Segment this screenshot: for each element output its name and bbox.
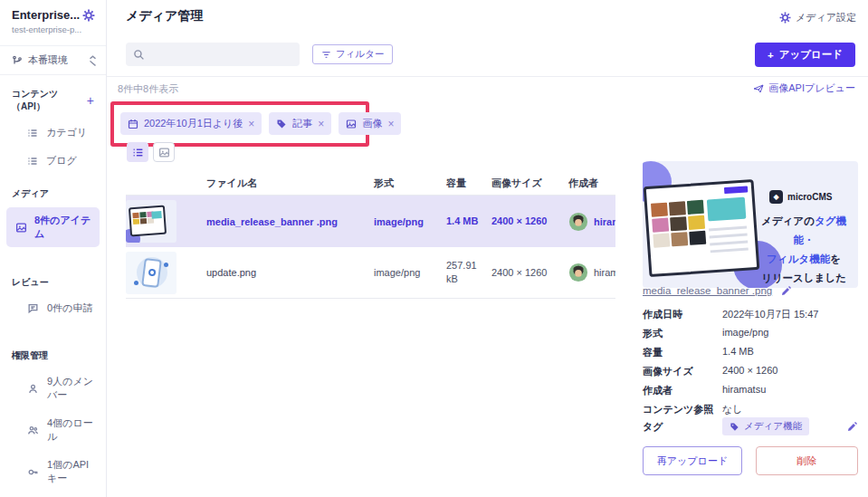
list-view-toggle[interactable] [127,142,148,162]
page-title: メディア管理 [126,8,203,24]
sidebar-item-label: カテゴリ [46,126,87,139]
filter-button[interactable]: フィルター [312,44,393,64]
sidebar-item-api-keys[interactable]: 1個のAPIキー [0,451,106,492]
column-header-author: 作成者 [568,177,615,190]
sidebar-item-blog[interactable]: ブログ [0,147,106,175]
image-icon [15,222,27,234]
sidebar-item-label: ブログ [46,154,77,167]
list-icon [132,147,144,158]
sidebar-item-label: 4個のロール [47,416,97,444]
file-name: media_release_banner .png [206,216,374,227]
image-icon [158,147,170,158]
search-input[interactable] [150,49,292,60]
content-section-label: コンテンツ（API） + [0,75,106,119]
image-api-preview-link[interactable]: 画像APIプレビュー [753,81,855,95]
tag-chip-media-feature[interactable]: メディア機能 [722,417,809,435]
file-thumbnail [126,200,176,243]
close-icon[interactable]: × [248,118,254,130]
detail-field: 作成日時 2022年10月7日 15:47 [643,308,858,321]
list-icon [27,128,38,139]
filter-chip-tag[interactable]: 記事 × [269,112,331,135]
file-size: 1.4 MB [446,215,491,228]
delete-button[interactable]: 削除 [756,446,858,475]
sidebar-item-members[interactable]: 9人のメンバー [0,368,106,409]
add-api-button[interactable]: + [87,93,94,108]
detail-field: コンテンツ参照 なし [643,403,858,416]
detail-field: 形式 image/png [643,327,858,340]
sidebar-item-review-requests[interactable]: 0件の申請 [0,294,106,322]
edit-filename-pencil-icon[interactable] [781,285,792,296]
filter-chip-label: 2022年10月1日より後 [144,117,243,130]
list-icon [27,156,38,167]
result-count: 8件中8件表示 [118,82,178,96]
table-row[interactable]: media_release_banner .png image/png 1.4 … [126,196,615,247]
tag-chip-label: メディア機能 [744,420,802,433]
microcms-logo-icon: ◆ [769,190,783,204]
media-table: ファイル名 形式 容量 画像サイズ 作成者 media_release_bann… [126,172,615,299]
sidebar-item-label: 9人のメンバー [47,375,97,402]
sidebar-item-label: 0件の申請 [47,301,92,315]
sidebar-item-media-items[interactable]: 8件のアイテム [6,207,100,247]
chat-icon [27,302,39,314]
filter-chip-image[interactable]: 画像 × [339,112,401,135]
service-settings-gear-icon[interactable] [82,9,95,22]
tag-label: タグ [643,420,722,434]
detail-filename-row: media_release_banner .png [643,285,792,296]
service-name: Enterprise... [12,8,80,22]
media-settings-link[interactable]: メディア設定 [779,11,856,24]
detail-field: 画像サイズ 2400 × 1260 [643,365,858,378]
person-icon [27,383,39,395]
grid-view-toggle[interactable] [153,142,175,162]
filter-button-label: フィルター [336,48,384,61]
banner-text: メディアのタグ機能・ フィルタ機能を リリースしました [753,212,854,288]
filter-icon [321,50,331,60]
sidebar-item-roles[interactable]: 4個のロール [0,409,106,451]
microcms-logo: ◆ microCMS [769,190,832,204]
avatar [568,263,588,282]
upload-button[interactable]: + アップロード [755,43,855,67]
detail-tag-row: タグ メディア機能 [643,417,858,435]
tag-icon [276,119,287,129]
sidebar-item-label: 1個のAPIキー [47,458,97,485]
column-header-filename: ファイル名 [206,177,374,190]
gear-icon [779,12,791,24]
file-dimensions: 2400 × 1260 [491,266,568,280]
sidebar-item-category[interactable]: カテゴリ [0,119,106,147]
file-name: update.png [206,267,374,278]
close-icon[interactable]: × [318,118,324,130]
author-name: hiramatsu [594,267,615,278]
file-format: image/png [374,267,446,278]
detail-filename-link[interactable]: media_release_banner .png [643,285,772,296]
plus-icon: + [768,50,774,61]
review-section-label: レビュー [0,263,106,294]
people-icon [27,425,39,436]
filter-chip-date[interactable]: 2022年10月1日より後 × [120,112,262,135]
divider [107,76,868,77]
microcms-logo-text: microCMS [787,192,832,202]
file-size: 257.91 kB [446,259,491,286]
environment-selector[interactable]: 本番環境 [0,45,106,75]
column-header-size: 容量 [446,177,491,190]
table-row[interactable]: update.png image/png 257.91 kB 2400 × 12… [126,247,615,299]
close-icon[interactable]: × [387,118,394,130]
media-section-label: メディア [0,175,106,205]
image-api-preview-label: 画像APIプレビュー [768,81,855,95]
view-toggle-group [127,142,175,162]
search-box[interactable] [126,43,300,66]
calendar-icon [128,119,138,129]
column-header-format: 形式 [374,177,446,190]
sidebar: Enterprise... test-enterprise-p... 本番環境 … [0,0,107,497]
banner-screenshot [644,179,760,277]
detail-field: 作成者 hiramatsu [643,384,858,397]
search-icon [133,49,145,61]
reupload-button[interactable]: 再アップロード [643,446,742,475]
git-branch-icon [12,55,23,66]
detail-action-buttons: 再アップロード 削除 [643,446,858,475]
media-preview-image[interactable]: ◆ microCMS メディアのタグ機能・ フィルタ機能を リリースしました [643,161,858,288]
edit-tags-pencil-icon[interactable] [847,421,858,432]
key-icon [27,466,39,478]
media-settings-label: メディア設定 [796,11,856,24]
service-id: test-enterprise-p... [12,24,95,34]
image-icon [346,119,357,129]
column-header-dimensions: 画像サイズ [491,177,568,190]
